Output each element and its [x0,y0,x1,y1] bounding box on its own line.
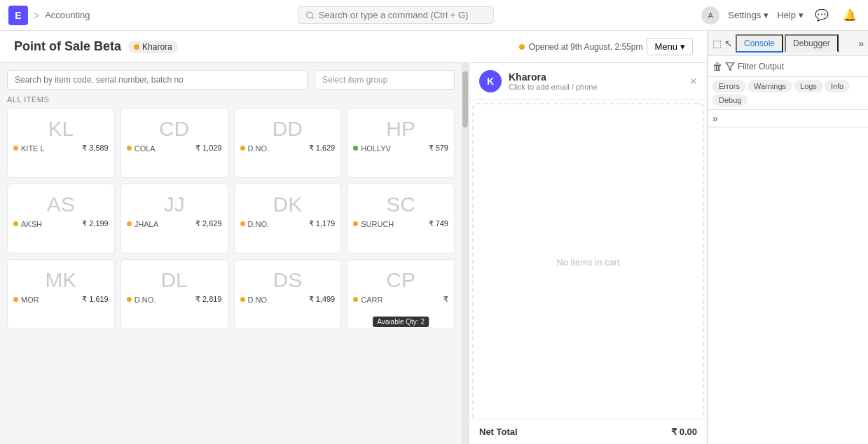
chat-icon-button[interactable]: 💬 [812,7,832,23]
all-items-label: ALL ITEMS [7,95,455,104]
notification-icon-button[interactable]: 🔔 [840,7,860,23]
cart-scroll-down [701,412,705,416]
settings-button[interactable]: Settings ▾ [728,10,769,20]
item-price: ₹ 2,199 [82,219,109,228]
pos-session: Opened at 9th August, 2:55pm Menu ▾ [519,38,693,55]
pos-title-group: Point of Sale Beta Kharora [14,39,178,54]
item-card[interactable]: DK D.NO. ₹ 1,179 [234,183,342,254]
net-total-value: ₹ 0.00 [671,426,697,437]
item-name: D.NO. [248,296,306,304]
devtools-console-tab[interactable]: Console [736,34,783,53]
item-status-dot [353,146,358,151]
item-price: ₹ 1,499 [309,295,336,304]
help-button[interactable]: Help ▾ [777,10,804,20]
item-footer: CARR ₹ [353,295,448,304]
cart-items-area[interactable]: No items in cart [469,100,707,419]
item-footer: D.NO. ₹ 1,629 [240,144,336,153]
devtools-content-area [708,127,868,444]
item-card[interactable]: CD COLA ₹ 1,029 [120,108,228,178]
topbar-right: A Settings ▾ Help ▾ 💬 🔔 [701,6,860,25]
item-card[interactable]: DD D.NO. ₹ 1,629 [234,108,342,178]
filter-warnings[interactable]: Warnings [748,80,792,92]
item-footer: D.NO. ₹ 2,819 [127,295,222,304]
item-abbr: HP [353,117,448,141]
customer-email-phone[interactable]: Click to add email / phone [509,83,682,91]
devtools-cursor-icon[interactable]: ↖ [724,38,733,49]
devtools-filter-row: 🗑 Filter Output [708,56,868,77]
cart-panel: K Kharora Click to add email / phone × N… [469,63,707,444]
item-name: KITE L [21,144,79,153]
topbar-center [96,6,696,24]
devtools-inspect-icon[interactable]: ⬚ [712,38,722,49]
item-card[interactable]: JJ JHALA ₹ 2,629 [120,183,228,254]
item-footer: SURUCH ₹ 749 [353,219,448,228]
devtools-filter-icon [725,62,735,71]
item-search-input[interactable] [7,70,308,90]
search-icon [305,11,315,20]
net-total-label: Net Total [479,426,518,437]
item-name: MOR [21,296,79,304]
item-status-dot [13,221,18,226]
item-abbr: DK [240,193,336,216]
item-footer: D.NO. ₹ 1,499 [240,295,336,304]
global-search-bar[interactable] [298,6,494,24]
item-card[interactable]: DL D.NO. ₹ 2,819 [120,259,228,329]
item-name: SURUCH [361,220,425,228]
svg-marker-1 [726,62,734,70]
pos-title: Point of Sale Beta [14,39,121,54]
item-status-dot [13,297,18,302]
item-group-select[interactable]: Select item group [315,70,455,90]
items-scrollbar[interactable] [462,63,469,444]
devtools-filter-tabs: Errors Warnings Logs Info Debug [708,77,868,110]
scrollbar-thumb [462,71,468,127]
item-card[interactable]: DS D.NO. ₹ 1,499 [234,259,342,329]
item-footer: KITE L ₹ 3,589 [13,144,109,153]
item-card[interactable]: AS AKSH ₹ 2,199 [7,183,115,254]
filter-errors[interactable]: Errors [712,80,746,92]
customer-info: Kharora Click to add email / phone [509,71,682,91]
item-name: CARR [361,296,441,304]
devtools-collapse-row: » [708,110,868,127]
cart-close-button[interactable]: × [689,74,697,89]
item-price: ₹ 1,029 [195,144,222,153]
item-abbr: DS [240,268,336,292]
item-price: ₹ 579 [429,144,448,153]
topbar-left: E > Accounting [8,6,90,25]
item-name: D.NO. [248,220,306,228]
devtools-collapse-button[interactable]: » [712,113,718,124]
main-area: Point of Sale Beta Kharora Opened at 9th… [0,31,868,444]
item-status-dot [353,221,358,226]
item-card[interactable]: MK MOR ₹ 1,619 [7,259,115,329]
devtools-debugger-tab[interactable]: Debugger [785,34,839,53]
item-name: COLA [135,144,193,153]
customer-avatar: K [479,70,502,92]
items-grid-wrapper[interactable]: KL KITE L ₹ 3,589 CD COLA ₹ 1,029 DD D.N… [7,108,455,437]
item-card[interactable]: SC SURUCH ₹ 749 [347,183,455,254]
item-name: D.NO. [135,296,193,304]
cart-scroll-up [701,103,705,107]
global-search-input[interactable] [319,10,486,20]
devtools-more-button[interactable]: » [858,38,864,49]
item-card[interactable]: HP HOLLYV ₹ 579 [347,108,455,178]
item-footer: JHALA ₹ 2,629 [127,219,222,228]
item-price: ₹ 2,819 [195,295,222,304]
item-footer: COLA ₹ 1,029 [127,144,222,153]
devtools-panel: ⬚ ↖ Console Debugger » 🗑 Filter Output E… [707,31,868,444]
devtools-trash-icon[interactable]: 🗑 [712,61,722,72]
cart-footer: Net Total ₹ 0.00 [469,419,707,444]
filter-logs[interactable]: Logs [794,80,823,92]
menu-button[interactable]: Menu ▾ [647,38,693,55]
item-abbr: DD [240,117,336,141]
item-status-dot [127,146,132,151]
item-card[interactable]: KL KITE L ₹ 3,589 [7,108,115,178]
item-abbr: MK [13,268,109,292]
topbar: E > Accounting A Settings ▾ Help ▾ 💬 🔔 [0,0,868,31]
filter-info[interactable]: Info [825,80,850,92]
items-controls: Select item group [7,70,455,90]
items-panel: Select item group ALL ITEMS KL KITE L ₹ … [0,63,462,444]
filter-debug[interactable]: Debug [712,94,748,106]
pos-panel: Point of Sale Beta Kharora Opened at 9th… [0,31,707,444]
item-card[interactable]: CP CARR ₹ Avaiable Qty: 2 [347,259,455,329]
item-price: ₹ [443,295,448,304]
devtools-tab-bar: Console Debugger [736,34,855,53]
